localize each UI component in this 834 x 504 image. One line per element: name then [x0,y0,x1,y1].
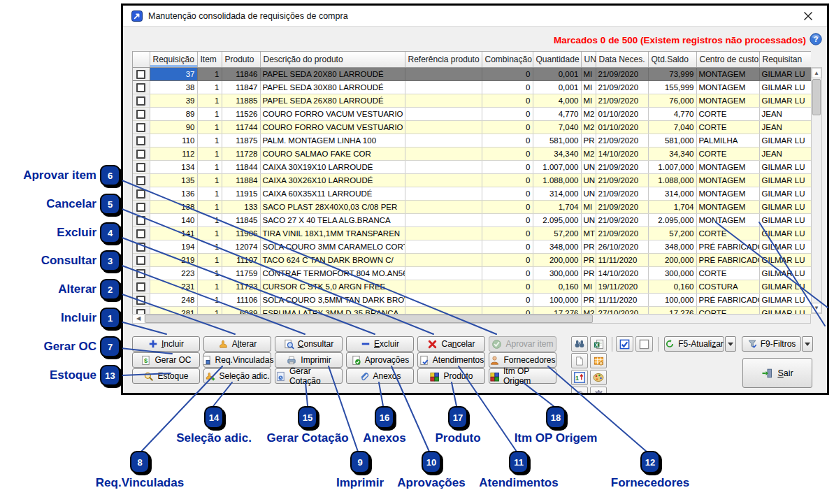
table-row[interactable]: 223 1 11759 CONTRAF TERMOFORT 804 MO.AN5… [133,266,811,280]
column-header[interactable]: Descrição do produto [260,52,405,67]
gerar-cotacao-button[interactable]: Gerar Cotação [275,368,343,384]
row-checkbox[interactable] [136,269,145,278]
table-row[interactable]: 112 1 11728 COURO SALMAO FAKE COR 0 34,3… [133,147,811,160]
row-checkbox[interactable] [136,229,145,238]
cell-produto: 6039 [222,306,260,314]
row-checkbox[interactable] [136,123,145,132]
table-row[interactable]: 138 1 133 SACO PLAST 28X40X0,03 C/08 PER… [133,200,811,213]
scroll-down-icon[interactable]: ▼ [812,303,821,313]
binoculars-button[interactable] [571,336,588,352]
scroll-up-icon[interactable]: ▲ [812,68,821,78]
table-row[interactable]: 38 1 11847 PAPEL SEDA 30X80 LARROUDÉ 0 0… [133,80,811,94]
column-header[interactable]: Produto [222,52,260,67]
row-checkbox[interactable] [136,150,145,159]
atendimentos-button[interactable]: Atendimentos [417,352,485,368]
table-row[interactable]: 39 1 11885 PAPEL SEDA 26X80 LARROUDÉ 0 4… [133,94,811,107]
badge-13: 13 [100,365,120,386]
hscroll-thumb[interactable] [145,315,593,323]
cell-un: M2 [581,107,596,120]
aprovar-item-button[interactable]: Aprovar item [489,336,556,352]
row-checkbox[interactable] [136,282,145,291]
row-checkbox[interactable] [136,176,145,185]
row-checkbox[interactable] [136,243,145,252]
gerar-oc-button[interactable]: $ Gerar OC [132,352,200,368]
imprimir-button[interactable]: Imprimir [275,352,343,368]
check-all-button[interactable] [616,336,633,352]
consultar-button[interactable]: Consultar [275,336,343,352]
settings-button[interactable] [590,387,607,395]
excluir-button[interactable]: Excluir [346,336,414,352]
row-checkbox[interactable] [136,216,145,225]
help-icon[interactable]: ? [810,33,822,45]
table-row[interactable]: 140 1 11845 SACO 27 X 40 TELA ALG.BRANCA… [133,213,811,226]
palette-button[interactable] [590,370,607,385]
table-row[interactable]: 134 1 11844 CAIXA 30X19X10 LARROUDÉ 0 1.… [133,160,811,173]
column-header[interactable]: Item [197,52,222,67]
column-header[interactable]: Requisição [150,52,197,67]
row-checkbox[interactable] [136,110,145,119]
column-header[interactable]: Centro de custo [696,52,759,67]
mouse-button[interactable] [571,387,588,395]
binoculars-icon [574,339,585,349]
produto-button[interactable]: Produto [417,368,485,384]
table-row[interactable]: 231 1 11723 CURSOR C STK 5,0 ARGN FREE 0… [133,280,811,293]
column-header[interactable]: Qtd.Saldo [648,52,696,67]
column-header[interactable]: Requisitan [759,52,811,67]
row-checkbox[interactable] [136,163,145,172]
selecao-adic-button[interactable]: Seleção adic. [203,368,271,384]
f5-dropdown-button[interactable] [725,336,736,352]
vscroll-thumb[interactable] [812,79,821,115]
scroll-left-icon[interactable]: ◀ [133,315,144,323]
cell-item: 1 [197,134,222,147]
anexos-button[interactable]: Anexos [346,368,414,384]
new-document-button[interactable] [571,353,588,368]
table-row[interactable]: 37 1 11846 PAPEL SEDA 20X80 LARROUDÉ 0 0… [133,67,811,80]
row-checkbox[interactable] [136,256,145,265]
table-row[interactable]: 219 1 11107 TACO 624 C TAN DARK BROWN C/… [133,253,811,266]
cell-produto: 11728 [222,147,260,160]
incluir-button[interactable]: Incluir [132,336,200,352]
table-row[interactable]: 281 1 6039 ESPUMA LATEX 3MM D-35 BRANCA … [133,306,811,314]
table-row[interactable]: 141 1 11906 TIRA VINIL 18X1,1MM TRANSPAR… [133,226,811,240]
horizontal-scrollbar[interactable]: ◀ [132,314,811,324]
cell-referencia [405,200,482,213]
table-row[interactable]: 89 1 11526 COURO FORRO VACUM VESTUARIO 0… [133,107,811,120]
alterar-button[interactable]: Alterar [203,336,271,352]
row-checkbox[interactable] [136,189,145,199]
table-row[interactable]: 135 1 11884 CAIXA 30X26X10 LARROUDÉ 0 1.… [133,173,811,187]
column-header[interactable] [133,52,150,67]
row-checkbox[interactable] [136,96,145,106]
estoque-button[interactable]: Estoque [132,368,200,384]
table-row[interactable]: 248 1 11106 SOLA COURO 3,5MM TAN DARK BR… [133,293,811,306]
excel-export-button[interactable]: X [590,336,607,352]
row-checkbox[interactable] [136,309,145,314]
row-checkbox[interactable] [136,83,145,92]
itm-op-origem-button[interactable]: Itm OP Origem [489,368,556,384]
row-checkbox[interactable] [136,296,145,305]
f9-dropdown-button[interactable] [802,336,813,352]
uncheck-all-button[interactable] [635,336,653,352]
aprovacoes-button[interactable]: Aprovações [346,352,414,368]
vertical-scrollbar[interactable]: ▲ ▼ [811,67,822,314]
row-checkbox[interactable] [136,136,145,145]
column-header[interactable]: Referência produto [405,52,482,67]
row-checkbox[interactable] [136,203,145,212]
f9-filtros-button[interactable]: F9-Filtros [742,336,801,352]
sort-values-button[interactable]: 1 [571,370,588,385]
fornecedores-button[interactable]: Fornecedores [489,352,556,368]
close-icon[interactable] [803,11,813,21]
sair-button[interactable]: Sair [742,358,812,388]
table-row[interactable]: 136 1 11915 CAIXA 60X35X11 LARROUDÉ 0 31… [133,187,811,200]
row-checkbox[interactable] [136,70,145,79]
table-row[interactable]: 194 1 12074 SOLA COURO 3MM CARAMELO CORT… [133,240,811,253]
column-header[interactable]: Quantidade [533,52,581,67]
f5-atualizar-button[interactable]: F5-Atualizar [664,336,724,352]
column-header[interactable]: Combinação [482,52,533,67]
table-row[interactable]: 110 1 11875 PALM. MONTAGEM LINHA 100 0 5… [133,134,811,147]
column-header[interactable]: UN [581,52,596,67]
cancelar-button[interactable]: Cancelar [417,336,485,352]
table-row[interactable]: 90 1 11744 COURO FORRO VACUM VESTUARIO 0… [133,120,811,134]
req-vinculadas-button[interactable]: Req.Vinculadas [203,352,271,368]
column-header[interactable]: Data Neces. [596,52,648,67]
hand-grid-button[interactable] [590,353,607,368]
